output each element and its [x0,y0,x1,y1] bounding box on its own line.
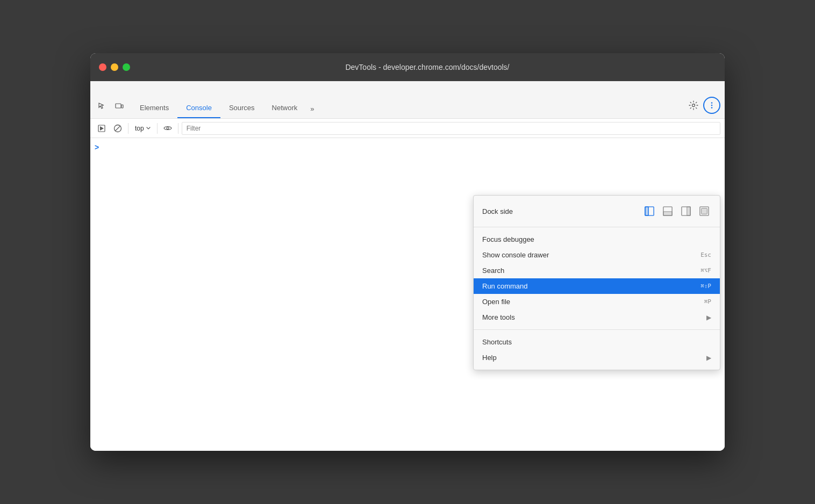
dropdown-overlay: Dock side [90,138,725,451]
svg-rect-1 [121,105,123,108]
menu-item-run-command[interactable]: Run command ⌘⇧P [474,278,720,294]
close-button[interactable] [99,63,106,71]
menu-item-shortcuts-label: Shortcuts [482,338,711,346]
svg-point-3 [711,102,713,104]
maximize-button[interactable] [123,63,130,71]
menu-item-open-file-label: Open file [482,298,704,306]
svg-rect-14 [663,212,672,215]
context-selector[interactable]: top [132,124,154,133]
help-arrow-icon: ▶ [706,354,711,362]
dock-icons [642,204,711,218]
tab-elements[interactable]: Elements [131,99,177,118]
menu-item-run-command-label: Run command [482,282,700,290]
svg-point-10 [167,127,169,129]
minimize-button[interactable] [111,63,118,71]
menu-item-focus-debuggee[interactable]: Focus debuggee [474,232,720,247]
menu-item-help-label: Help [482,354,706,362]
settings-button[interactable] [686,98,701,113]
window-title: DevTools - developer.chrome.com/docs/dev… [139,63,716,71]
menu-item-focus-debuggee-label: Focus debuggee [482,235,711,243]
more-options-button[interactable] [703,97,720,114]
run-command-shortcut: ⌘⇧P [700,283,711,290]
clear-console-button[interactable] [111,121,125,135]
console-prompt: > [90,138,725,156]
devtools-body: Elements Console Sources Network » [90,81,725,451]
console-toolbar: top [90,119,725,138]
tabs: Elements Console Sources Network » [131,99,686,118]
tab-console[interactable]: Console [177,99,220,118]
run-script-button[interactable] [95,121,109,135]
tab-sources[interactable]: Sources [220,99,263,118]
toolbar-divider-1 [128,123,128,134]
tab-right-icons [686,97,720,118]
menu-item-more-tools[interactable]: More tools ▶ [474,309,720,325]
search-shortcut: ⌘⌥F [700,267,711,274]
toolbar-divider-3 [178,123,178,134]
console-content: > Dock side [90,138,725,451]
show-console-drawer-shortcut: Esc [700,251,711,258]
main-menu-section: Focus debuggee Show console drawer Esc S… [474,227,720,330]
dock-right-icon[interactable] [679,204,693,218]
bottom-menu-section: Shortcuts Help ▶ [474,330,720,370]
tab-bar: Elements Console Sources Network » [90,81,725,119]
prompt-arrow: > [95,143,99,152]
svg-rect-18 [702,208,707,214]
open-file-shortcut: ⌘P [704,298,711,305]
svg-rect-12 [645,207,648,215]
dock-left-icon[interactable] [642,204,656,218]
toolbar-divider-2 [157,123,158,134]
undocked-icon[interactable] [697,204,711,218]
dock-bottom-icon[interactable] [661,204,675,218]
device-toolbar-icon[interactable] [112,99,127,114]
dropdown-menu: Dock side [473,195,720,370]
svg-point-4 [711,105,713,106]
svg-line-9 [115,126,120,131]
menu-item-shortcuts[interactable]: Shortcuts [474,334,720,350]
menu-item-show-console-drawer[interactable]: Show console drawer Esc [474,247,720,263]
more-tools-arrow-icon: ▶ [706,314,711,321]
svg-rect-0 [116,104,121,108]
context-label: top [135,125,144,132]
dock-side-section: Dock side [474,196,720,227]
svg-marker-7 [100,126,104,131]
dock-side-label: Dock side [482,207,642,215]
menu-item-search[interactable]: Search ⌘⌥F [474,263,720,278]
menu-item-open-file[interactable]: Open file ⌘P [474,294,720,309]
menu-item-more-tools-label: More tools [482,313,706,321]
svg-point-2 [692,104,695,107]
tab-left-icons [95,99,127,118]
filter-input[interactable] [182,122,720,135]
tab-overflow[interactable]: » [306,100,318,118]
inspect-element-icon[interactable] [95,99,110,114]
traffic-lights [99,63,130,71]
menu-item-search-label: Search [482,267,700,275]
titlebar: DevTools - developer.chrome.com/docs/dev… [90,53,725,81]
svg-point-5 [711,107,713,109]
eye-icon[interactable] [161,121,175,135]
tab-network[interactable]: Network [263,99,306,118]
svg-rect-16 [687,207,690,215]
menu-item-help[interactable]: Help ▶ [474,350,720,365]
menu-item-show-console-drawer-label: Show console drawer [482,251,700,259]
